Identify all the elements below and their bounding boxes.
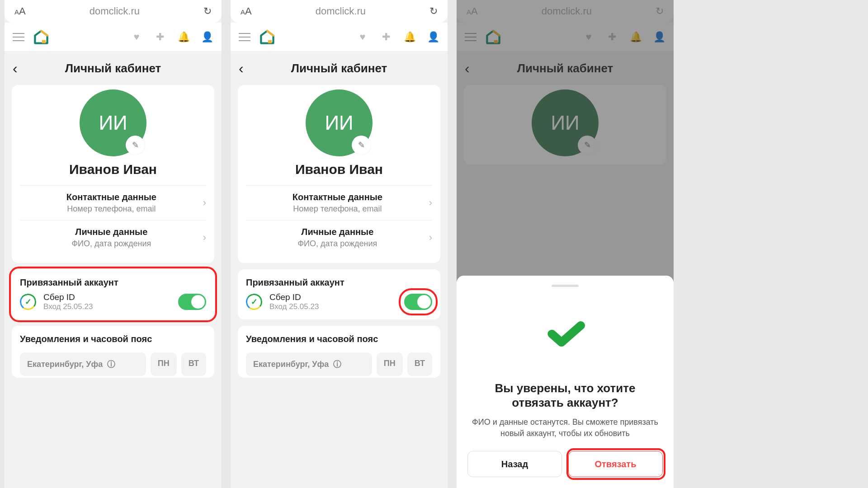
notifications-title: Уведомления и часовой пояс — [246, 334, 432, 344]
contact-data-row[interactable]: Контактные данныеНомер телефона, email › — [246, 185, 432, 220]
notifications-title: Уведомления и часовой пояс — [20, 334, 206, 344]
page-title: Личный кабинет — [13, 61, 213, 75]
sber-login-date: Вход 25.05.23 — [43, 302, 178, 311]
edit-avatar-button[interactable]: ✎ — [126, 136, 145, 155]
sber-provider-name: Сбер ID — [269, 292, 404, 302]
url-field[interactable]: domclick.ru — [252, 5, 429, 17]
top-nav: ♥ ✚ 🔔 👤 — [5, 23, 222, 52]
linked-account-card: Привязанный аккаунт Сбер ID Вход 25.05.2… — [238, 269, 440, 319]
heart-icon[interactable]: ♥ — [356, 31, 369, 43]
sber-icon — [245, 293, 264, 311]
sber-provider-name: Сбер ID — [43, 292, 178, 302]
personal-data-row[interactable]: Личные данныеФИО, дата рождения › — [20, 220, 206, 255]
phone-screen-1: AA domclick.ru ↻ ♥ ✚ 🔔 👤 ‹ Личный кабине… — [5, 0, 222, 488]
chevron-right-icon: › — [203, 232, 206, 244]
confirm-unlink-sheet: Вы уверены, что хотите отвязать аккаунт?… — [457, 276, 674, 488]
page-header: ‹ Личный кабинет — [5, 52, 222, 85]
city-chip[interactable]: Екатеринбург, Уфа ⓘ — [246, 352, 372, 376]
text-size-control[interactable]: AA — [241, 5, 252, 17]
sber-logo-large — [529, 298, 601, 370]
chevron-right-icon: › — [429, 197, 432, 209]
notifications-card: Уведомления и часовой пояс Екатеринбург,… — [12, 326, 214, 378]
linked-account-title: Привязанный аккаунт — [246, 277, 432, 288]
browser-bar: AA domclick.ru ↻ — [5, 0, 222, 23]
profile-card: ИИ ✎ Иванов Иван Контактные данныеНомер … — [238, 85, 440, 263]
linked-account-title: Привязанный аккаунт — [20, 277, 206, 288]
contact-data-row[interactable]: Контактные данныеНомер телефона, email › — [20, 185, 206, 220]
link-toggle[interactable] — [404, 294, 432, 310]
linked-account-card: Привязанный аккаунт Сбер ID Вход 25.05.2… — [12, 269, 214, 319]
city-chip[interactable]: Екатеринбург, Уфа ⓘ — [20, 352, 146, 376]
sheet-handle[interactable] — [552, 285, 579, 287]
reload-icon[interactable]: ↻ — [203, 5, 212, 17]
heart-icon[interactable]: ♥ — [130, 31, 143, 43]
browser-bar: AA domclick.ru ↻ — [231, 0, 448, 23]
phone-screen-3: AA domclick.ru ↻ ♥ ✚ 🔔 👤 ‹ Личный кабине… — [457, 0, 674, 488]
top-nav: ♥ ✚ 🔔 👤 — [231, 23, 448, 52]
sber-login-date: Вход 25.05.23 — [269, 302, 404, 311]
profile-card: ИИ ✎ Иванов Иван Контактные данныеНомер … — [12, 85, 214, 263]
user-name: Иванов Иван — [246, 162, 432, 177]
confirm-body: ФИО и данные останутся. Вы сможете привя… — [467, 417, 663, 439]
user-icon[interactable]: 👤 — [201, 31, 213, 43]
link-toggle[interactable] — [178, 294, 206, 310]
text-size-control[interactable]: AA — [14, 5, 26, 17]
day-chip-mon[interactable]: ПН — [377, 352, 403, 376]
day-chip-tue[interactable]: ВТ — [181, 352, 206, 376]
site-logo[interactable] — [259, 29, 275, 45]
confirm-title: Вы уверены, что хотите отвязать аккаунт? — [467, 381, 663, 410]
unlink-button[interactable]: Отвязать — [568, 451, 663, 477]
plus-icon[interactable]: ✚ — [154, 31, 166, 43]
reload-icon[interactable]: ↻ — [429, 5, 438, 17]
personal-data-row[interactable]: Личные данныеФИО, дата рождения › — [246, 220, 432, 255]
back-button[interactable]: Назад — [467, 451, 562, 477]
chevron-right-icon: › — [429, 232, 432, 244]
user-name: Иванов Иван — [20, 162, 206, 177]
notifications-card: Уведомления и часовой пояс Екатеринбург,… — [238, 326, 440, 378]
phone-screen-2: AA domclick.ru ↻ ♥ ✚ 🔔 👤 ‹ Личный кабине… — [231, 0, 448, 488]
user-icon[interactable]: 👤 — [427, 31, 439, 43]
url-field[interactable]: domclick.ru — [26, 5, 203, 17]
edit-avatar-button[interactable]: ✎ — [352, 136, 371, 155]
hamburger-icon[interactable] — [239, 33, 250, 41]
site-logo[interactable] — [33, 29, 49, 45]
page-header: ‹ Личный кабинет — [231, 52, 448, 85]
sber-icon — [19, 293, 38, 311]
chevron-right-icon: › — [203, 197, 206, 209]
highlight-outline — [399, 288, 438, 315]
day-chip-tue[interactable]: ВТ — [407, 352, 432, 376]
bell-icon[interactable]: 🔔 — [177, 31, 190, 43]
hamburger-icon[interactable] — [13, 33, 24, 41]
bell-icon[interactable]: 🔔 — [403, 31, 416, 43]
day-chip-mon[interactable]: ПН — [151, 352, 177, 376]
plus-icon[interactable]: ✚ — [380, 31, 392, 43]
page-title: Личный кабинет — [239, 61, 439, 75]
